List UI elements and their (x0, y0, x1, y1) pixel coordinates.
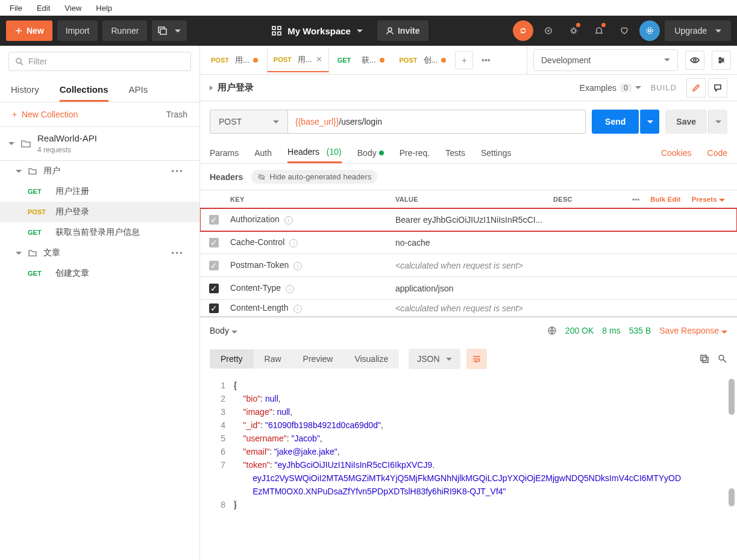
tab-params[interactable]: Params (210, 142, 239, 163)
search-icon[interactable] (718, 354, 727, 364)
environment-select[interactable]: Development (533, 49, 678, 71)
settings-icon[interactable] (563, 20, 584, 41)
col-value: VALUE (390, 196, 553, 203)
collection-item[interactable]: RealWorld-API4 requests (0, 127, 199, 161)
presets-link[interactable]: Presets (692, 196, 725, 203)
response-body[interactable]: { "bio": null, "image": null, "_id": "61… (231, 374, 737, 524)
import-button[interactable]: Import (57, 20, 98, 41)
svg-point-7 (545, 28, 551, 34)
checkbox[interactable]: ✓ (209, 261, 219, 270)
menu-view[interactable]: View (58, 2, 87, 14)
runner-button[interactable]: Runner (102, 20, 147, 41)
invite-button[interactable]: Invite (377, 20, 428, 41)
env-preview-icon[interactable] (685, 51, 704, 70)
tab-apis[interactable]: APIs (129, 84, 148, 95)
new-collection-link[interactable]: + New Collection (12, 110, 78, 119)
svg-point-9 (572, 29, 575, 33)
globe-icon[interactable] (547, 326, 557, 335)
view-toggle[interactable]: Pretty Raw Preview Visualize (210, 349, 399, 369)
upgrade-button[interactable]: Upgrade (665, 20, 731, 41)
request-tab[interactable]: GET获... (331, 48, 391, 72)
folder-item[interactable]: 用户 ••• (0, 161, 199, 181)
comment-icon[interactable] (708, 78, 727, 98)
chevron-down-icon (8, 142, 14, 145)
tab-history[interactable]: History (11, 84, 39, 95)
bulk-edit-link[interactable]: Bulk Edit (650, 196, 680, 203)
svg-point-13 (694, 59, 696, 61)
save-response-link[interactable]: Save Response (659, 326, 727, 335)
heart-icon[interactable] (614, 20, 635, 41)
request-tab[interactable]: POST创... (394, 48, 453, 72)
menu-edit[interactable]: Edit (31, 2, 56, 14)
request-item[interactable]: GET用户注册 (0, 181, 199, 202)
url-input[interactable]: {{base_url}}/users/login (288, 110, 586, 134)
tab-settings[interactable]: Settings (481, 142, 512, 163)
checkbox[interactable]: ✓ (209, 284, 219, 293)
workspace-name[interactable]: My Workspace (287, 26, 351, 36)
add-tab-button[interactable]: + (455, 51, 473, 69)
body-dropdown[interactable]: Body (210, 326, 237, 335)
expand-icon[interactable] (210, 86, 213, 90)
send-dropdown[interactable] (640, 110, 659, 134)
checkbox[interactable]: ✓ (209, 238, 219, 247)
cookies-link[interactable]: Cookies (661, 148, 692, 158)
checkbox[interactable]: ✓ (209, 303, 219, 313)
close-icon[interactable]: ✕ (316, 55, 322, 64)
request-item[interactable]: GET获取当前登录用户信息 (0, 222, 199, 243)
code-link[interactable]: Code (707, 148, 727, 158)
examples-button[interactable]: Examples0 (580, 83, 641, 93)
svg-rect-2 (272, 26, 275, 30)
edit-icon[interactable] (686, 78, 706, 98)
scrollbar[interactable] (729, 379, 735, 415)
request-tab[interactable]: POST用...✕ (267, 48, 329, 72)
request-tab[interactable]: POST用... (205, 48, 265, 72)
send-button[interactable]: Send (592, 110, 639, 134)
env-settings-icon[interactable] (712, 51, 731, 70)
avatar[interactable] (639, 20, 660, 41)
format-select[interactable]: JSON (409, 349, 460, 369)
svg-point-8 (548, 30, 549, 31)
checkbox[interactable]: ✓ (209, 215, 219, 225)
request-item[interactable]: POST用户登录 (0, 202, 199, 222)
svg-rect-5 (278, 32, 281, 35)
header-row[interactable]: ✓ Content-Typei application/json (200, 277, 737, 300)
tab-body[interactable]: Body (357, 142, 384, 163)
header-row[interactable]: ✓ Authorizationi Bearer eyJhbGciOiJIUzI1… (200, 208, 737, 231)
svg-point-12 (16, 58, 21, 63)
request-item[interactable]: GET创建文章 (0, 263, 199, 284)
bell-icon[interactable] (589, 20, 609, 41)
menu-file[interactable]: File (4, 2, 28, 14)
tab-collections[interactable]: Collections (60, 84, 108, 102)
filter-input[interactable]: Filter (8, 52, 191, 71)
header-row[interactable]: ✓ Content-Lengthi <calculated when reque… (200, 300, 737, 317)
header-row[interactable]: ✓ Cache-Controli no-cache (200, 231, 737, 254)
sync-icon[interactable] (513, 20, 533, 41)
more-icon[interactable]: ••• (632, 196, 639, 203)
method-select[interactable]: POST (210, 110, 288, 134)
save-button[interactable]: Save (665, 110, 707, 134)
size-text: 535 B (629, 326, 651, 335)
folder-item[interactable]: 文章 ••• (0, 243, 199, 263)
tab-headers[interactable]: Headers (10) (287, 142, 342, 163)
headers-title: Headers (210, 172, 243, 182)
tab-tests[interactable]: Tests (445, 142, 465, 163)
folder-icon (20, 138, 31, 149)
copy-icon[interactable] (700, 354, 709, 364)
svg-point-6 (388, 28, 392, 31)
menu-help[interactable]: Help (90, 2, 118, 14)
capture-icon[interactable] (538, 20, 559, 41)
col-desc: DESC (553, 196, 588, 203)
hide-generated-button[interactable]: Hide auto-generated headers (251, 170, 377, 184)
more-icon[interactable]: ••• (171, 166, 184, 176)
wrap-icon[interactable] (466, 349, 487, 369)
trash-link[interactable]: Trash (166, 110, 187, 119)
more-tabs-icon[interactable]: ••• (475, 50, 496, 70)
more-icon[interactable]: ••• (171, 248, 184, 258)
window-button[interactable] (152, 20, 187, 41)
tab-prereq[interactable]: Pre-req. (400, 142, 430, 163)
scrollbar[interactable] (729, 488, 735, 506)
header-row[interactable]: ✓ Postman-Tokeni <calculated when reques… (200, 254, 737, 277)
tab-auth[interactable]: Auth (254, 142, 272, 163)
new-button[interactable]: New (6, 20, 52, 41)
save-dropdown[interactable] (708, 110, 727, 134)
